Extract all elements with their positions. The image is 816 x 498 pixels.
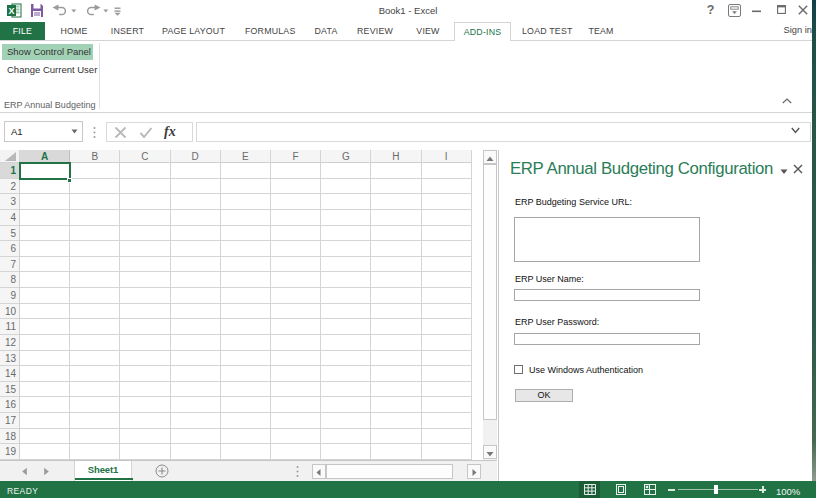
svg-text:X: X (8, 6, 14, 16)
